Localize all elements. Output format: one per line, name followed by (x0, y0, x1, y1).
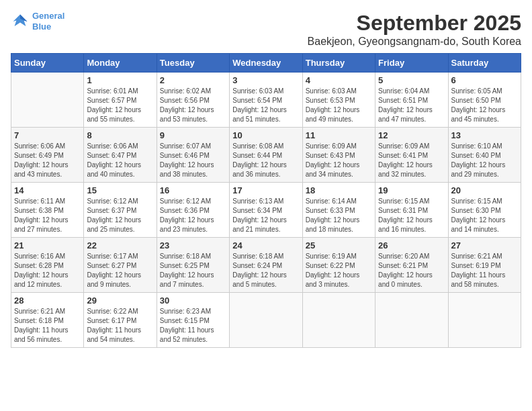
day-number: 16 (160, 185, 226, 195)
day-cell: 18Sunrise: 6:14 AM Sunset: 6:33 PM Dayli… (302, 183, 375, 238)
day-info: Sunrise: 6:10 AM Sunset: 6:40 PM Dayligh… (451, 142, 518, 179)
day-cell: 11Sunrise: 6:09 AM Sunset: 6:43 PM Dayli… (302, 128, 375, 183)
header-cell-wednesday: Wednesday (230, 54, 302, 73)
day-number: 19 (378, 185, 445, 195)
day-number: 8 (87, 130, 153, 140)
day-info: Sunrise: 6:15 AM Sunset: 6:31 PM Dayligh… (378, 197, 445, 234)
page-header: General Blue September 2025 Baekjeon, Gy… (11, 11, 521, 48)
day-info: Sunrise: 6:02 AM Sunset: 6:56 PM Dayligh… (160, 87, 226, 124)
day-info: Sunrise: 6:15 AM Sunset: 6:30 PM Dayligh… (451, 197, 518, 234)
day-cell: 29Sunrise: 6:22 AM Sunset: 6:17 PM Dayli… (84, 293, 157, 348)
day-info: Sunrise: 6:21 AM Sunset: 6:19 PM Dayligh… (451, 252, 518, 289)
day-cell (230, 293, 302, 348)
day-cell (448, 293, 521, 348)
subtitle: Baekjeon, Gyeongsangnam-do, South Korea (308, 36, 521, 48)
day-cell (302, 293, 375, 348)
day-number: 5 (378, 75, 445, 85)
day-number: 9 (160, 130, 226, 140)
day-cell: 26Sunrise: 6:20 AM Sunset: 6:21 PM Dayli… (375, 238, 448, 293)
day-number: 6 (451, 75, 518, 85)
day-info: Sunrise: 6:09 AM Sunset: 6:41 PM Dayligh… (378, 142, 445, 179)
day-info: Sunrise: 6:19 AM Sunset: 6:22 PM Dayligh… (306, 252, 372, 289)
day-number: 23 (160, 240, 226, 250)
day-number: 3 (232, 75, 299, 85)
day-info: Sunrise: 6:07 AM Sunset: 6:46 PM Dayligh… (160, 142, 226, 179)
day-cell: 2Sunrise: 6:02 AM Sunset: 6:56 PM Daylig… (157, 73, 229, 128)
day-cell: 12Sunrise: 6:09 AM Sunset: 6:41 PM Dayli… (375, 128, 448, 183)
day-cell: 10Sunrise: 6:08 AM Sunset: 6:44 PM Dayli… (230, 128, 302, 183)
day-info: Sunrise: 6:12 AM Sunset: 6:37 PM Dayligh… (87, 197, 153, 234)
day-info: Sunrise: 6:13 AM Sunset: 6:34 PM Dayligh… (232, 197, 299, 234)
day-number: 14 (14, 185, 81, 195)
day-number: 27 (451, 240, 518, 250)
header-cell-saturday: Saturday (448, 54, 521, 73)
day-number: 1 (87, 75, 153, 85)
day-number: 21 (14, 240, 81, 250)
day-number: 25 (306, 240, 372, 250)
day-number: 29 (87, 295, 153, 306)
day-number: 17 (232, 185, 299, 195)
day-number: 26 (378, 240, 445, 250)
day-cell: 27Sunrise: 6:21 AM Sunset: 6:19 PM Dayli… (448, 238, 521, 293)
day-cell: 15Sunrise: 6:12 AM Sunset: 6:37 PM Dayli… (84, 183, 157, 238)
day-cell: 13Sunrise: 6:10 AM Sunset: 6:40 PM Dayli… (448, 128, 521, 183)
day-number: 4 (306, 75, 372, 85)
day-cell: 9Sunrise: 6:07 AM Sunset: 6:46 PM Daylig… (157, 128, 229, 183)
header-row: SundayMondayTuesdayWednesdayThursdayFrid… (11, 54, 521, 73)
header-cell-sunday: Sunday (11, 54, 84, 73)
day-number: 13 (451, 130, 518, 140)
calendar-header: SundayMondayTuesdayWednesdayThursdayFrid… (11, 54, 521, 73)
day-info: Sunrise: 6:16 AM Sunset: 6:28 PM Dayligh… (14, 252, 81, 289)
day-info: Sunrise: 6:03 AM Sunset: 6:53 PM Dayligh… (306, 87, 372, 124)
day-cell: 19Sunrise: 6:15 AM Sunset: 6:31 PM Dayli… (375, 183, 448, 238)
day-cell: 6Sunrise: 6:05 AM Sunset: 6:50 PM Daylig… (448, 73, 521, 128)
day-cell: 14Sunrise: 6:11 AM Sunset: 6:38 PM Dayli… (11, 183, 84, 238)
header-cell-tuesday: Tuesday (157, 54, 229, 73)
day-info: Sunrise: 6:05 AM Sunset: 6:50 PM Dayligh… (451, 87, 518, 124)
day-info: Sunrise: 6:17 AM Sunset: 6:27 PM Dayligh… (87, 252, 153, 289)
day-cell: 23Sunrise: 6:18 AM Sunset: 6:25 PM Dayli… (157, 238, 229, 293)
header-cell-friday: Friday (375, 54, 448, 73)
day-cell: 21Sunrise: 6:16 AM Sunset: 6:28 PM Dayli… (11, 238, 84, 293)
day-info: Sunrise: 6:12 AM Sunset: 6:36 PM Dayligh… (160, 197, 226, 234)
day-cell: 20Sunrise: 6:15 AM Sunset: 6:30 PM Dayli… (448, 183, 521, 238)
day-info: Sunrise: 6:23 AM Sunset: 6:15 PM Dayligh… (160, 307, 226, 345)
day-cell: 5Sunrise: 6:04 AM Sunset: 6:51 PM Daylig… (375, 73, 448, 128)
day-cell (375, 293, 448, 348)
day-cell: 17Sunrise: 6:13 AM Sunset: 6:34 PM Dayli… (230, 183, 302, 238)
day-info: Sunrise: 6:21 AM Sunset: 6:18 PM Dayligh… (14, 307, 81, 345)
day-info: Sunrise: 6:20 AM Sunset: 6:21 PM Dayligh… (378, 252, 445, 289)
day-number: 22 (87, 240, 153, 250)
day-info: Sunrise: 6:06 AM Sunset: 6:49 PM Dayligh… (14, 142, 81, 179)
day-info: Sunrise: 6:08 AM Sunset: 6:44 PM Dayligh… (232, 142, 299, 179)
header-cell-thursday: Thursday (302, 54, 375, 73)
day-info: Sunrise: 6:09 AM Sunset: 6:43 PM Dayligh… (306, 142, 372, 179)
day-cell: 30Sunrise: 6:23 AM Sunset: 6:15 PM Dayli… (157, 293, 229, 348)
day-cell: 3Sunrise: 6:03 AM Sunset: 6:54 PM Daylig… (230, 73, 302, 128)
day-cell: 25Sunrise: 6:19 AM Sunset: 6:22 PM Dayli… (302, 238, 375, 293)
day-number: 18 (306, 185, 372, 195)
day-info: Sunrise: 6:04 AM Sunset: 6:51 PM Dayligh… (378, 87, 445, 124)
day-info: Sunrise: 6:18 AM Sunset: 6:24 PM Dayligh… (232, 252, 299, 289)
day-number: 2 (160, 75, 226, 85)
week-row-1: 1Sunrise: 6:01 AM Sunset: 6:57 PM Daylig… (11, 73, 521, 128)
logo-icon (11, 12, 30, 31)
logo-line2: Blue (32, 21, 51, 32)
day-info: Sunrise: 6:18 AM Sunset: 6:25 PM Dayligh… (160, 252, 226, 289)
day-info: Sunrise: 6:14 AM Sunset: 6:33 PM Dayligh… (306, 197, 372, 234)
day-cell (11, 73, 84, 128)
day-number: 24 (232, 240, 299, 250)
day-cell: 1Sunrise: 6:01 AM Sunset: 6:57 PM Daylig… (84, 73, 157, 128)
day-number: 28 (14, 295, 81, 306)
day-cell: 16Sunrise: 6:12 AM Sunset: 6:36 PM Dayli… (157, 183, 229, 238)
day-info: Sunrise: 6:03 AM Sunset: 6:54 PM Dayligh… (232, 87, 299, 124)
calendar-body: 1Sunrise: 6:01 AM Sunset: 6:57 PM Daylig… (11, 73, 521, 348)
day-info: Sunrise: 6:06 AM Sunset: 6:47 PM Dayligh… (87, 142, 153, 179)
logo-line1: General (32, 11, 64, 21)
day-number: 12 (378, 130, 445, 140)
day-number: 10 (232, 130, 299, 140)
day-info: Sunrise: 6:22 AM Sunset: 6:17 PM Dayligh… (87, 307, 153, 345)
day-number: 11 (306, 130, 372, 140)
logo-text: General Blue (32, 11, 64, 32)
logo: General Blue (11, 11, 64, 32)
